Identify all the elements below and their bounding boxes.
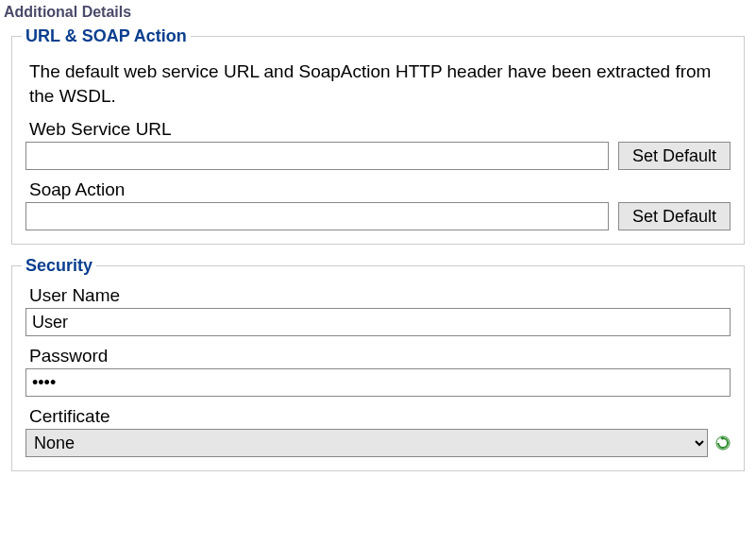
certificate-select[interactable]: None: [25, 429, 708, 457]
password-input[interactable]: [25, 368, 731, 397]
security-legend: Security: [22, 256, 96, 276]
soap-action-label: Soap Action: [25, 179, 731, 200]
password-label: Password: [25, 346, 731, 366]
certificate-label: Certificate: [25, 406, 731, 427]
url-soap-helper-text: The default web service URL and SoapActi…: [25, 56, 731, 108]
url-soap-action-group: URL & SOAP Action The default web servic…: [11, 26, 745, 245]
section-heading: Additional Details: [0, 0, 756, 26]
soap-action-set-default-button[interactable]: Set Default: [618, 202, 731, 230]
web-service-url-input[interactable]: [25, 142, 609, 170]
security-group: Security User Name Password Certificate …: [11, 256, 745, 471]
username-label: User Name: [25, 285, 731, 306]
refresh-icon[interactable]: [715, 435, 731, 451]
username-input[interactable]: [25, 308, 731, 336]
url-soap-action-legend: URL & SOAP Action: [22, 26, 191, 46]
soap-action-input[interactable]: [25, 202, 609, 230]
web-service-url-set-default-button[interactable]: Set Default: [618, 142, 731, 170]
web-service-url-label: Web Service URL: [25, 119, 731, 140]
